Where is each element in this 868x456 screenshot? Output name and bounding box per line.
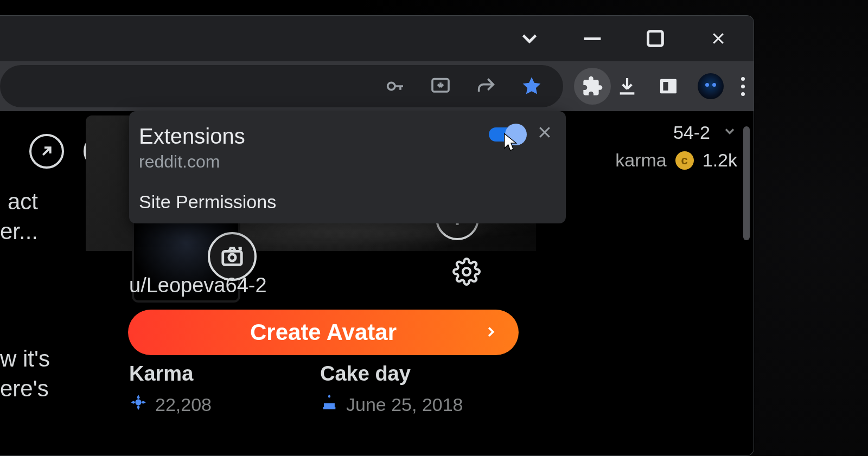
cake-icon xyxy=(320,393,339,416)
svg-rect-5 xyxy=(662,81,669,92)
menu-button[interactable] xyxy=(741,77,745,96)
minimize-button[interactable] xyxy=(580,26,605,51)
extensions-button[interactable] xyxy=(574,68,611,105)
cakeday-label: Cake day xyxy=(320,362,463,386)
install-icon[interactable] xyxy=(429,74,452,98)
karma-stat: Karma 22,208 xyxy=(129,362,212,416)
mouse-cursor xyxy=(503,133,519,156)
browser-window: act er... w it's ere's xyxy=(0,15,754,456)
karma-icon xyxy=(129,393,148,416)
karma-label: Karma xyxy=(129,362,212,386)
cakeday-value: June 25, 2018 xyxy=(346,394,463,415)
key-icon[interactable] xyxy=(383,74,407,98)
profile-avatar-button[interactable] xyxy=(698,73,724,99)
scrollbar[interactable] xyxy=(743,126,750,240)
svg-rect-1 xyxy=(648,31,663,46)
karma-word: karma xyxy=(615,150,666,171)
chevron-down-icon xyxy=(722,122,737,143)
right-panel: 54-2 karma c 1.2k xyxy=(537,111,737,455)
profile-username: u/Leopeva64-2 xyxy=(129,274,267,297)
chevron-right-icon xyxy=(483,319,499,345)
svg-rect-0 xyxy=(584,37,601,40)
open-link-icon[interactable] xyxy=(29,134,64,169)
coin-icon: c xyxy=(675,151,694,170)
profile-stats: Karma 22,208 Cake day June 25, 20 xyxy=(129,362,463,416)
coin-value: 1.2k xyxy=(703,150,737,171)
download-icon[interactable] xyxy=(615,74,639,98)
svg-point-8 xyxy=(463,268,470,275)
karma-row: karma c 1.2k xyxy=(537,150,737,171)
cakeday-stat: Cake day June 25, 2018 xyxy=(320,362,463,416)
svg-point-7 xyxy=(229,254,235,261)
window-titlebar xyxy=(0,16,754,61)
close-popup-button[interactable] xyxy=(537,124,553,145)
svg-point-2 xyxy=(388,82,395,89)
maximize-button[interactable] xyxy=(643,26,668,51)
left-cropped-text: act er... xyxy=(0,187,38,246)
site-permissions-row[interactable]: Site Permissions xyxy=(139,191,553,213)
karma-value: 22,208 xyxy=(155,394,212,415)
extensions-popup: Extensions reddit.com Site Permissions xyxy=(129,111,566,223)
popup-title: Extensions xyxy=(139,124,245,149)
share-icon[interactable] xyxy=(474,74,498,98)
tab-search-button[interactable] xyxy=(517,26,542,51)
bookmark-star-icon[interactable] xyxy=(520,74,544,98)
create-avatar-button[interactable]: Create Avatar xyxy=(128,310,519,355)
profile-settings-icon[interactable] xyxy=(451,256,482,287)
toolbar-right-icons xyxy=(615,73,745,99)
user-row[interactable]: 54-2 xyxy=(537,122,737,143)
svg-point-9 xyxy=(135,399,141,405)
address-bar[interactable] xyxy=(0,65,563,107)
left-cropped-text-2: w it's ere's xyxy=(0,344,50,403)
popup-site: reddit.com xyxy=(139,152,245,172)
browser-toolbar xyxy=(0,61,754,111)
create-avatar-label: Create Avatar xyxy=(250,319,397,345)
side-panel-icon[interactable] xyxy=(656,74,680,98)
close-window-button[interactable] xyxy=(706,26,731,51)
user-name-suffix: 54-2 xyxy=(673,122,710,143)
